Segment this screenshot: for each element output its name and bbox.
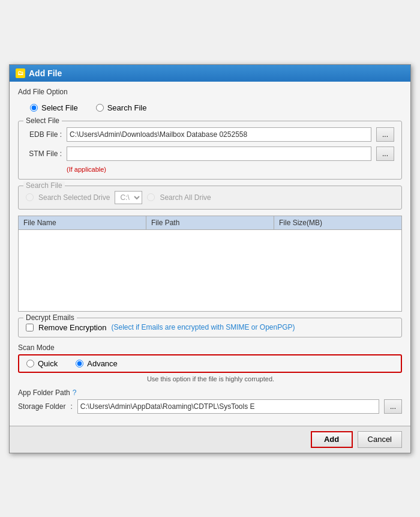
storage-label: Storage Folder [18, 402, 65, 411]
search-all-drive-label: Search All Drive [160, 193, 211, 202]
search-options-row: Search Selected Drive C:\ Search All Dri… [26, 191, 394, 204]
scan-mode-hint: Use this option if the file is highly co… [19, 375, 402, 382]
file-table: File Name File Path File Size(MB) [18, 216, 402, 312]
add-file-option-section: Add File Option Select File Search File [18, 88, 402, 116]
scan-mode-box: Quick Advance [18, 354, 402, 373]
stm-file-input[interactable] [67, 147, 371, 161]
decrypt-hint: (Select if Emails are encrypted with SMI… [111, 323, 295, 331]
remove-encryption-checkbox[interactable] [26, 324, 34, 331]
search-selected-drive-label: Search Selected Drive [38, 193, 110, 202]
col-filepath: File Path [146, 216, 274, 229]
decrypt-row: Remove Encryption (Select if Emails are … [26, 323, 394, 332]
select-file-radio[interactable] [30, 104, 38, 112]
if-applicable-label: (If applicable) [67, 166, 394, 173]
dialog-body: Add File Option Select File Search File … [10, 82, 410, 426]
advance-scan-option[interactable]: Advance [76, 359, 118, 368]
select-file-section-title: Select File [23, 116, 62, 125]
advance-scan-label: Advance [87, 359, 118, 368]
file-table-body [19, 230, 401, 308]
search-file-option[interactable]: Search File [96, 103, 147, 112]
app-folder-help-link[interactable]: ? [73, 389, 77, 397]
quick-scan-label: Quick [38, 359, 58, 368]
app-folder-section: App Folder Path ? Storage Folder : ... [18, 389, 402, 414]
decrypt-emails-section: Decrypt Emails Remove Encryption (Select… [18, 318, 402, 337]
search-file-label: Search File [107, 103, 147, 112]
cancel-button[interactable]: Cancel [358, 431, 402, 448]
quick-scan-radio[interactable] [26, 360, 34, 367]
add-button[interactable]: Add [311, 431, 353, 448]
col-filesize: File Size(MB) [274, 216, 401, 229]
edb-file-row: EDB File : ... [26, 127, 394, 142]
edb-file-input[interactable] [67, 127, 371, 142]
search-file-section-title: Search File [23, 181, 65, 190]
quick-scan-option[interactable]: Quick [26, 359, 58, 368]
search-selected-drive-radio[interactable] [26, 193, 34, 201]
app-folder-title: App Folder Path [18, 389, 70, 397]
storage-row: Storage Folder : ... [18, 399, 402, 414]
scan-mode-section: Scan Mode Quick Advance Use this option … [18, 343, 402, 382]
edb-browse-button[interactable]: ... [376, 127, 394, 142]
search-file-radio[interactable] [96, 104, 104, 112]
select-file-option[interactable]: Select File [30, 103, 78, 112]
search-file-section: Search File Search Selected Drive C:\ Se… [18, 186, 402, 210]
file-table-header: File Name File Path File Size(MB) [19, 216, 401, 230]
scan-mode-label: Scan Mode [18, 343, 402, 352]
dialog-title: Add File [29, 68, 62, 78]
stm-browse-button[interactable]: ... [376, 147, 394, 161]
title-bar: 🗂 Add File [10, 65, 410, 82]
edb-label: EDB File : [26, 130, 62, 139]
select-file-label: Select File [41, 103, 78, 112]
app-folder-label: App Folder Path ? [18, 389, 402, 397]
add-file-dialog: 🗂 Add File Add File Option Select File S… [9, 64, 411, 453]
drive-select[interactable]: C:\ [115, 191, 142, 204]
search-all-drive-radio[interactable] [147, 193, 155, 201]
decrypt-section-title: Decrypt Emails [23, 313, 77, 322]
bottom-bar: Add Cancel [10, 426, 410, 453]
stm-label: STM File : [26, 150, 62, 158]
storage-browse-button[interactable]: ... [384, 399, 402, 414]
advance-scan-radio[interactable] [76, 360, 83, 367]
add-file-option-label: Add File Option [18, 88, 402, 96]
dialog-icon: 🗂 [16, 68, 25, 78]
remove-encryption-label: Remove Encryption [38, 323, 106, 332]
col-filename: File Name [19, 216, 146, 229]
stm-file-row: STM File : ... [26, 147, 394, 161]
select-file-section: Select File EDB File : ... STM File : ..… [18, 121, 402, 180]
storage-colon: : [70, 402, 72, 411]
storage-folder-input[interactable] [77, 399, 379, 414]
add-file-option-radio-row: Select File Search File [18, 100, 402, 116]
